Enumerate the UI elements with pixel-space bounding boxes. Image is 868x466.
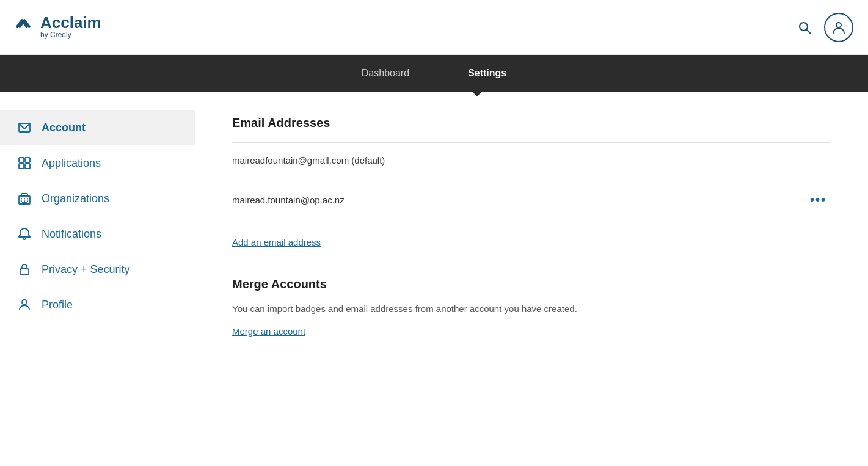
content-area: Email Addresses maireadfountain@gmail.co… [195, 92, 868, 466]
nav-dashboard[interactable]: Dashboard [357, 68, 414, 79]
svg-point-2 [836, 23, 841, 27]
header: Acclaim by Credly [0, 0, 868, 55]
svg-rect-5 [25, 158, 30, 162]
email-default-text: maireadfountain@gmail.com (default) [232, 155, 385, 166]
svg-point-17 [22, 300, 27, 305]
email-section-title: Email Addresses [232, 116, 831, 130]
email-options-button[interactable]: ••• [805, 191, 831, 209]
svg-rect-7 [25, 164, 30, 169]
email-row-default: maireadfountain@gmail.com (default) [232, 143, 831, 178]
user-menu-button[interactable] [824, 13, 853, 42]
envelope-icon [17, 121, 32, 134]
svg-rect-8 [19, 196, 30, 204]
svg-rect-6 [19, 164, 24, 169]
email-addresses-section: Email Addresses maireadfountain@gmail.co… [232, 116, 831, 248]
logo-sub-text: by Credly [40, 31, 101, 39]
sidebar-item-notifications[interactable]: Notifications [0, 216, 195, 252]
svg-line-1 [807, 29, 811, 34]
nav-settings[interactable]: Settings [463, 68, 511, 79]
profile-person-icon [17, 298, 32, 311]
grid-icon [17, 156, 32, 170]
svg-rect-15 [23, 202, 26, 204]
add-email-link[interactable]: Add an email address [232, 237, 321, 247]
sidebar-item-organizations[interactable]: Organizations [0, 181, 195, 216]
svg-rect-16 [20, 269, 29, 275]
sidebar-privacy-security-label: Privacy + Security [42, 263, 130, 276]
header-actions [795, 13, 853, 42]
sidebar-item-privacy-security[interactable]: Privacy + Security [0, 252, 195, 287]
search-button[interactable] [795, 18, 814, 37]
logo-text: Acclaim by Credly [40, 15, 101, 39]
lock-icon [17, 263, 32, 276]
merge-section-title: Merge Accounts [232, 277, 831, 291]
email-row-secondary: mairead.fountain@op.ac.nz ••• [232, 178, 831, 222]
logo: Acclaim by Credly [15, 15, 101, 39]
logo-main-text: Acclaim [40, 15, 101, 31]
merge-accounts-section: Merge Accounts You can import badges and… [232, 277, 831, 337]
sidebar-account-label: Account [42, 122, 86, 134]
sidebar-item-profile[interactable]: Profile [0, 287, 195, 322]
sidebar-item-account[interactable]: Account [0, 110, 195, 145]
main-layout: Account Applications [0, 92, 868, 466]
merge-description: You can import badges and email addresse… [232, 304, 831, 314]
bell-icon [17, 227, 32, 241]
sidebar-organizations-label: Organizations [42, 192, 109, 205]
sidebar-applications-label: Applications [42, 157, 101, 170]
building-icon [17, 192, 32, 205]
sidebar-notifications-label: Notifications [42, 228, 101, 241]
logo-icon [15, 15, 38, 38]
svg-rect-4 [19, 158, 24, 162]
merge-account-link[interactable]: Merge an account [232, 326, 305, 337]
sidebar: Account Applications [0, 92, 195, 466]
sidebar-item-applications[interactable]: Applications [0, 145, 195, 181]
nav-bar: Dashboard Settings [0, 55, 868, 92]
sidebar-profile-label: Profile [42, 299, 73, 311]
email-secondary-text: mairead.fountain@op.ac.nz [232, 195, 345, 205]
nav-indicator [471, 90, 483, 96]
